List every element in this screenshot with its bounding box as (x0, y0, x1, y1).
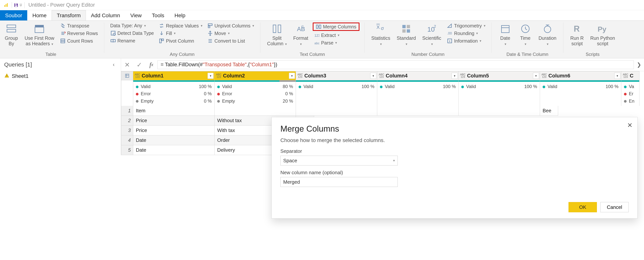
reverse-rows-button[interactable]: Reverse Rows (59, 30, 99, 37)
column-header-5[interactable]: ABC123Column5▾ (458, 71, 540, 80)
cell[interactable]: Bee (540, 106, 558, 116)
row-number[interactable]: 1 (121, 106, 133, 116)
replace-values-button[interactable]: Replace Values ▾ (158, 23, 204, 29)
duration-icon (542, 23, 553, 34)
extract-button[interactable]: 123Extract ▾ (313, 32, 359, 39)
expand-formula-icon[interactable]: ❯ (634, 62, 644, 68)
filter-dropdown-icon[interactable]: ▾ (452, 73, 458, 79)
qat-separator (12, 2, 12, 8)
svg-rect-25 (278, 25, 281, 33)
format-label: Format▾ (293, 36, 308, 46)
cell[interactable] (458, 106, 540, 116)
filter-dropdown-icon[interactable]: ▾ (208, 73, 214, 79)
run-python-script-button[interactable]: PyRun Python script (588, 23, 617, 47)
information-button[interactable]: Information ▾ (446, 38, 486, 44)
replace-icon (159, 23, 164, 29)
date-button[interactable]: Date▾ (496, 23, 514, 47)
column-header-7[interactable]: ABC123C (621, 71, 640, 80)
column-header-2[interactable]: ABC123Column2▾ (214, 71, 296, 80)
filter-dropdown-icon[interactable]: ▾ (289, 73, 295, 79)
convert-to-list-button[interactable]: Convert to List (206, 38, 255, 44)
svg-rect-7 (7, 29, 16, 32)
svg-rect-24 (273, 25, 276, 33)
split-icon (272, 23, 282, 34)
svg-rect-51 (126, 74, 129, 78)
column-header-6[interactable]: ABC123Column6▾ (540, 71, 621, 80)
cell[interactable]: Price (133, 126, 214, 135)
parse-button[interactable]: abcParse ▾ (313, 40, 359, 46)
cell[interactable] (214, 106, 296, 116)
svg-rect-37 (407, 29, 410, 33)
warning-icon (4, 73, 9, 79)
data-type-button[interactable]: Data Type: Any ▾ (109, 23, 155, 29)
filter-dropdown-icon[interactable]: ▾ (370, 73, 376, 79)
count-rows-button[interactable]: Count Rows (59, 38, 99, 44)
row-number[interactable]: 3 (121, 126, 133, 135)
row-number[interactable]: 5 (121, 145, 133, 155)
transpose-button[interactable]: Transpose (59, 23, 99, 29)
fill-button[interactable]: Fill ▾ (158, 30, 204, 37)
tab-help[interactable]: Help (169, 10, 190, 21)
qat-customize-dropdown[interactable] (19, 4, 23, 7)
merge-columns-dialog: ✕ Merge Columns Choose how to merge the … (272, 117, 638, 155)
cell[interactable]: Item (133, 106, 214, 116)
column-header-3[interactable]: ABC123Column3▾ (296, 71, 377, 80)
cell[interactable] (377, 106, 458, 116)
cell[interactable]: Date (133, 135, 214, 145)
column-header-4[interactable]: ABC123Column4▾ (377, 71, 458, 80)
close-dialog-icon[interactable]: ✕ (627, 121, 632, 129)
group-anycol-label: Any Column (109, 51, 255, 58)
statistics-button[interactable]: XσStatistics▾ (370, 23, 392, 47)
cell[interactable]: Price (133, 116, 214, 126)
duration-button[interactable]: Duration▾ (537, 23, 558, 47)
filter-dropdown-icon[interactable]: ▾ (533, 73, 539, 79)
row-number[interactable]: 2 (121, 116, 133, 126)
fx-icon[interactable]: fx (145, 58, 158, 71)
filter-dropdown-icon[interactable]: ▾ (614, 73, 620, 79)
tab-home[interactable]: Home (27, 10, 52, 21)
standard-button[interactable]: Standard▾ (395, 23, 418, 47)
tab-add-column[interactable]: Add Column (86, 10, 125, 21)
split-label: Split Column ▾ (267, 36, 287, 46)
merge-columns-button[interactable]: Merge Columns (314, 24, 358, 30)
move-button[interactable]: Move ▾ (206, 30, 255, 37)
row-number[interactable]: 4 (121, 135, 133, 145)
move-icon (207, 31, 213, 36)
save-icon[interactable] (14, 3, 19, 8)
rounding-button[interactable]: .00Rounding ▾ (446, 30, 486, 37)
group-by-label: Group By (5, 36, 18, 46)
collapse-queries-icon[interactable]: ‹ (111, 62, 117, 68)
rename-button[interactable]: Rename (109, 38, 155, 44)
quality-col2: Valid80 % Error0 % Empty20 % (214, 80, 296, 106)
query-item-sheet1[interactable]: Sheet1 (0, 71, 121, 81)
detect-data-type-button[interactable]: Detect Data Type (109, 30, 155, 36)
formula-input[interactable]: = Table.FillDown(#"Transposed Table",{"C… (158, 60, 634, 69)
split-column-button[interactable]: Split Column ▾ (265, 23, 289, 47)
cancel-formula-icon[interactable]: ✕ (121, 58, 133, 71)
table-row[interactable]: 1 Item Bee (121, 106, 644, 116)
format-button[interactable]: ABC Format▾ (291, 23, 310, 47)
time-button[interactable]: Time▾ (517, 23, 534, 47)
column-header-1[interactable]: ABC123Column1▾ (133, 71, 214, 80)
pivot-column-button[interactable]: Pivot Column (158, 38, 204, 44)
group-numcol-label: Number Column (370, 51, 486, 58)
merge-icon (316, 24, 322, 30)
cell[interactable]: Date (133, 145, 214, 155)
unpivot-columns-button[interactable]: Unpivot Columns ▾ (206, 23, 255, 29)
tab-view[interactable]: View (125, 10, 147, 21)
table-corner-button[interactable] (121, 71, 133, 80)
svg-rect-1 (6, 4, 6, 7)
group-by-button[interactable]: Group By (3, 23, 20, 47)
cell[interactable] (296, 106, 377, 116)
standard-icon (401, 23, 412, 34)
tab-transform[interactable]: Transform (52, 10, 86, 21)
tab-tools[interactable]: Tools (147, 10, 169, 21)
commit-formula-icon[interactable]: ✓ (133, 58, 145, 71)
tab-file[interactable]: Soubor (0, 10, 27, 21)
use-first-row-headers-button[interactable]: Use First Row as Headers ▾ (23, 23, 56, 47)
queries-panel: Queries [1] ‹ Sheet1 (0, 58, 121, 155)
svg-text:10: 10 (428, 26, 435, 33)
run-r-script-button[interactable]: RRun R script (568, 23, 586, 47)
scientific-button[interactable]: 102Scientific▾ (420, 23, 443, 47)
trigonometry-button[interactable]: Trigonometry ▾ (446, 23, 486, 29)
